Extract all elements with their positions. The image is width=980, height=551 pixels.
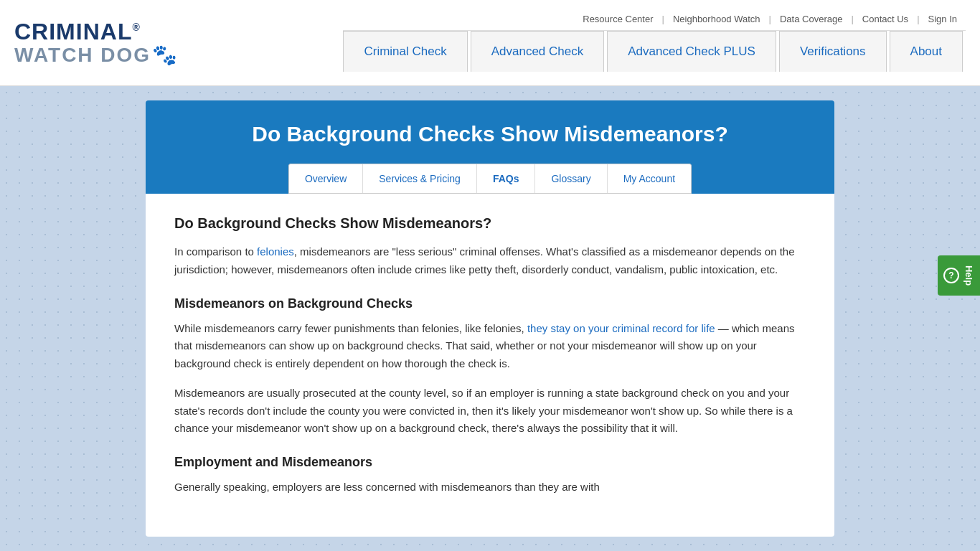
help-label: Help (963, 265, 974, 286)
section1-para1: While misdemeanors carry fewer punishmen… (174, 320, 806, 373)
sub-nav-glossary[interactable]: Glossary (535, 164, 607, 193)
criminal-record-link[interactable]: they stay on your criminal record for li… (527, 322, 715, 334)
page-background: Do Background Checks Show Misdemeanors? … (0, 86, 980, 551)
resource-center-link[interactable]: Resource Center (574, 14, 661, 24)
sub-nav-my-account[interactable]: My Account (608, 164, 691, 193)
secondary-nav: Resource Center | Neighborhood Watch | D… (574, 14, 966, 24)
section2-para1: Generally speaking, employers are less c… (174, 479, 806, 496)
sign-in-link[interactable]: Sign In (920, 14, 966, 24)
sub-nav-overview[interactable]: Overview (289, 164, 363, 193)
active-tab-arrow (468, 194, 483, 201)
advanced-check-nav[interactable]: Advanced Check (471, 31, 605, 72)
section1-para1-start: While misdemeanors carry fewer punishmen… (174, 322, 527, 334)
data-coverage-link[interactable]: Data Coverage (771, 14, 851, 24)
logo-watchdog-text: WATCH DOG (14, 44, 151, 67)
logo[interactable]: CRIMINAL® WATCH DOG 🐾 (14, 19, 177, 67)
paw-icon: 🐾 (152, 44, 177, 67)
hero-section: Do Background Checks Show Misdemeanors? … (146, 100, 834, 194)
secondary-nav-wrapper: Resource Center | Neighborhood Watch | D… (343, 14, 966, 72)
section1-para2: Misdemeanors are usually prosecuted at t… (174, 385, 806, 438)
trademark: ® (132, 22, 140, 33)
section1-heading: Misdemeanors on Background Checks (174, 296, 806, 311)
content-area: Do Background Checks Show Misdemeanors? … (146, 194, 834, 537)
felonies-link[interactable]: felonies (257, 245, 294, 258)
neighborhood-watch-link[interactable]: Neighborhood Watch (664, 14, 769, 24)
page-title: Do Background Checks Show Misdemeanors? (160, 122, 820, 146)
section2-heading: Employment and Misdemeanors (174, 455, 806, 470)
sub-nav-faqs[interactable]: FAQs (477, 164, 536, 193)
content-main-heading: Do Background Checks Show Misdemeanors? (174, 215, 806, 232)
criminal-label: CRIMINAL (14, 19, 132, 44)
contact-us-link[interactable]: Contact Us (854, 14, 917, 24)
advanced-check-plus-nav[interactable]: Advanced Check PLUS (607, 31, 776, 72)
main-nav: Criminal Check Advanced Check Advanced C… (343, 30, 966, 72)
verifications-nav[interactable]: Verifications (779, 31, 887, 72)
help-circle-icon: ? (943, 268, 959, 283)
sub-nav: Overview Services & Pricing FAQs Glossar… (288, 164, 692, 194)
intro-text: In comparison to (174, 245, 257, 258)
sub-nav-services-pricing[interactable]: Services & Pricing (363, 164, 477, 193)
criminal-check-nav[interactable]: Criminal Check (343, 31, 467, 72)
help-button[interactable]: Help ? (938, 255, 980, 296)
about-nav[interactable]: About (890, 31, 963, 72)
logo-criminal-text: CRIMINAL® (14, 19, 177, 44)
top-bar: CRIMINAL® WATCH DOG 🐾 Resource Center | … (0, 0, 980, 86)
sub-nav-container: Overview Services & Pricing FAQs Glossar… (288, 164, 692, 194)
section2-para1-start: Generally speaking, employers are less c… (174, 481, 600, 493)
intro-paragraph: In comparison to felonies, misdemeanors … (174, 243, 806, 279)
